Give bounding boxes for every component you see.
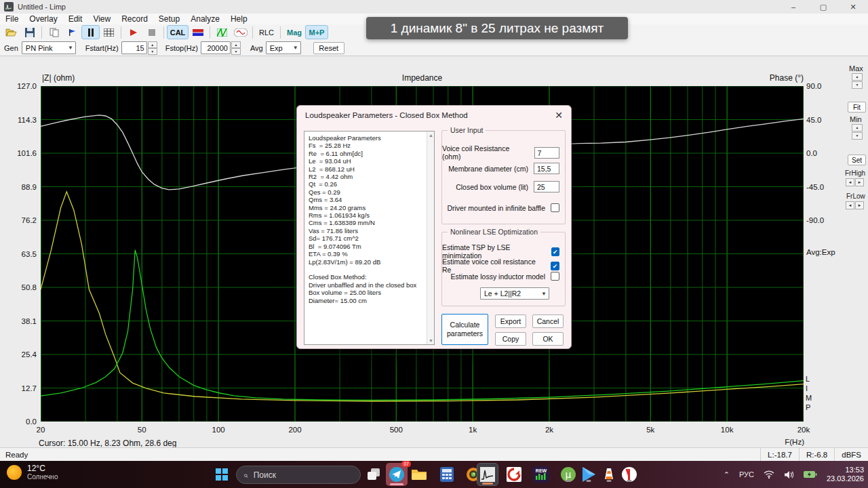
x-tick: 200 [288, 426, 301, 434]
closed-box-volume-input[interactable]: 25 [534, 181, 559, 192]
open-file-button[interactable] [2, 25, 20, 39]
x-tick: 10k [721, 426, 734, 434]
record-play-button[interactable] [124, 25, 142, 39]
taskbar-app-vlc[interactable] [601, 466, 617, 483]
taskbar-app-calculator[interactable] [439, 466, 455, 483]
frlow-arrows[interactable]: ◄► [846, 201, 865, 209]
y-right-tick: 45.0 [806, 116, 821, 124]
right-axis-title: Phase (°) [770, 73, 804, 83]
taskbar-app-explorer[interactable] [411, 466, 427, 483]
y-left-tick: 114.3 [1, 116, 37, 124]
calculate-parameters-button[interactable]: Calculate parameters [441, 314, 488, 345]
max-spinner[interactable]: ▲▼ [852, 73, 863, 89]
spectrum-icon[interactable] [213, 25, 231, 39]
copy-button[interactable]: Copy [495, 332, 526, 346]
table-icon[interactable] [100, 25, 118, 39]
menu-analyze[interactable]: Analyze [185, 14, 225, 24]
x-tick: 50 [138, 426, 146, 434]
magnitude-button[interactable]: Mag [283, 25, 305, 39]
estimate-tsp-checkbox[interactable]: ✔ [551, 247, 559, 256]
taskbar-app-yandex[interactable] [621, 466, 637, 483]
y-left-tick: 38.1 [1, 317, 37, 325]
voice-coil-resistance-input[interactable]: 7 [534, 147, 560, 159]
pause-button[interactable] [81, 25, 100, 39]
inductor-model-select[interactable]: Le + L2||R2▼ [480, 287, 549, 300]
calibrate-button[interactable]: CAL [167, 25, 189, 39]
minimize-button[interactable]: – [778, 0, 808, 14]
cancel-button[interactable]: Cancel [532, 314, 564, 328]
menu-setup[interactable]: Setup [153, 14, 185, 24]
rlc-button[interactable]: RLC [256, 25, 277, 39]
taskbar-app-converter[interactable] [506, 466, 522, 483]
taskbar-app-rew[interactable]: REW [533, 466, 549, 483]
generator-sine-icon[interactable] [231, 25, 250, 39]
generator-controls: Gen PN Pink▼ Fstart(Hz) 15 ▲▼ Fstop(Hz) … [0, 40, 868, 56]
taskbar-app-utorrent[interactable]: µ [560, 466, 576, 483]
taskbar-app-telegram[interactable]: 07 [386, 463, 408, 486]
user-input-legend: User Input [448, 126, 486, 134]
menu-edit[interactable]: Edit [63, 14, 88, 24]
parameters-report[interactable]: Loudspeaker Parameters Fs = 25.28 Hz Re … [304, 131, 435, 345]
battery-charging-icon[interactable] [804, 470, 817, 479]
overlay-flag-icon[interactable] [63, 25, 81, 39]
estimate-re-checkbox[interactable]: ✔ [551, 262, 559, 270]
taskbar-app-media-player[interactable] [580, 466, 597, 483]
save-icon[interactable] [20, 25, 39, 39]
ok-button[interactable]: OK [532, 332, 564, 346]
toolbar-separator [163, 26, 164, 39]
report-scrollbar[interactable]: ▲ ▼ [427, 131, 434, 344]
arrow-left-icon: ◄ [846, 201, 854, 209]
menu-view[interactable]: View [87, 14, 116, 24]
tray-time: 13:53 [827, 466, 864, 474]
fit-button[interactable]: Fit [848, 102, 866, 113]
clock[interactable]: 13:53 23.03.2026 [827, 466, 864, 483]
stop-button[interactable] [142, 25, 161, 39]
avg-label: Avg [250, 44, 263, 52]
chevron-down-icon: ▼ [68, 45, 73, 51]
running-indicator [566, 480, 571, 482]
averaging-indicator: Avg:Exp [806, 248, 835, 256]
export-button[interactable]: Export [495, 314, 526, 328]
scroll-down-icon[interactable]: ▼ [427, 338, 435, 343]
fstop-spinner[interactable]: ▲▼ [231, 41, 241, 54]
maximize-button[interactable]: ▢ [808, 0, 838, 14]
set-button[interactable]: Set [848, 155, 866, 165]
infinite-baffle-checkbox[interactable] [551, 203, 559, 212]
fstop-input[interactable]: 20000 [201, 41, 231, 54]
language-indicator[interactable]: РУС [739, 470, 754, 479]
menu-file[interactable]: File [0, 14, 24, 24]
sun-icon [7, 465, 22, 480]
close-button[interactable]: ✕ [838, 0, 868, 14]
menu-record[interactable]: Record [116, 14, 153, 24]
menu-help[interactable]: Help [225, 14, 253, 24]
copy-icon[interactable] [45, 25, 63, 39]
search-input[interactable]: ⌕ Поиск [236, 466, 361, 484]
estimate-lossy-inductor-checkbox[interactable] [551, 272, 559, 281]
min-spinner[interactable]: ▲▼ [852, 124, 863, 140]
magnitude-phase-button[interactable]: M+P [305, 25, 328, 39]
volume-icon[interactable] [784, 470, 794, 479]
reset-button[interactable]: Reset [313, 42, 344, 54]
parameters-report-text: Loudspeaker Parameters Fs = 25.28 Hz Re … [304, 131, 434, 307]
weather-widget[interactable]: 12°C Солнечно [7, 464, 58, 481]
taskbar-app-limp[interactable] [477, 463, 498, 486]
generator-type-select[interactable]: PN Pink▼ [22, 41, 76, 54]
membrane-diameter-input[interactable]: 15,5 [534, 163, 559, 174]
y-right-tick: 0.0 [806, 149, 817, 157]
level-bars-icon[interactable] [189, 25, 207, 39]
y-left-tick: 127.0 [1, 82, 37, 90]
x-tick: 500 [390, 426, 403, 434]
start-button[interactable] [216, 468, 228, 481]
fstart-input[interactable]: 15 [121, 41, 147, 54]
tray-expand-chevron[interactable]: ⌃ [724, 470, 730, 479]
scroll-up-icon[interactable]: ▲ [427, 133, 435, 138]
avg-select[interactable]: Exp▼ [266, 41, 301, 54]
toolbar-separator [121, 26, 121, 39]
frhigh-arrows[interactable]: ◄► [846, 178, 865, 186]
spin-down-icon: ▼ [852, 81, 863, 89]
dialog-close-button[interactable]: ✕ [555, 110, 563, 121]
task-view-button[interactable] [366, 466, 382, 483]
menu-overlay[interactable]: Overlay [24, 14, 62, 24]
fstart-spinner[interactable]: ▲▼ [148, 41, 157, 54]
wifi-icon[interactable] [764, 470, 774, 479]
